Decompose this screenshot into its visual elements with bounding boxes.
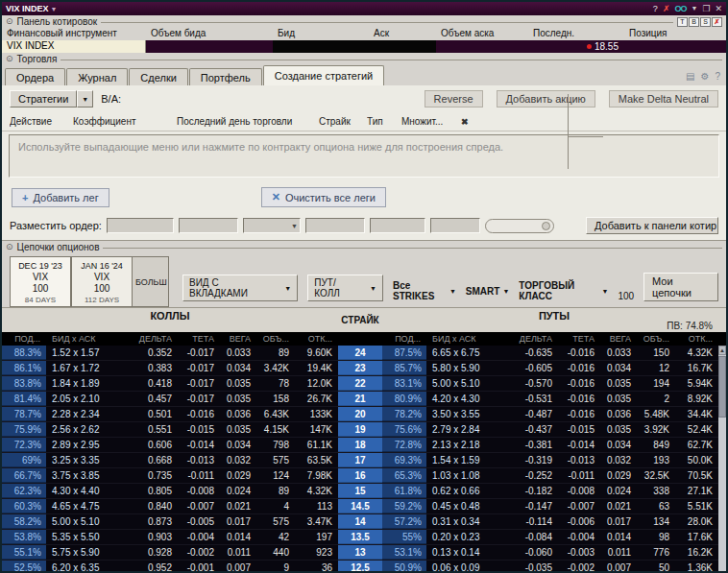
put-theta-cell[interactable]: -0.007: [558, 499, 600, 513]
put-pod-cell[interactable]: 85.7%: [382, 361, 426, 375]
call-vega-cell[interactable]: 0.021: [220, 499, 256, 513]
call-bid-ask-cell[interactable]: 1.67 x 1.72: [46, 361, 133, 375]
put-bid-ask-cell[interactable]: 5.80 x 5.90: [426, 361, 513, 375]
put-vol-cell[interactable]: 338: [637, 484, 675, 498]
call-theta-cell[interactable]: -0.016: [178, 407, 220, 421]
put-bid-ask-cell[interactable]: 5.00 x 5.10: [426, 376, 513, 391]
order-field-4[interactable]: [370, 218, 425, 233]
put-delta-cell[interactable]: -0.487: [513, 407, 558, 421]
call-delta-cell[interactable]: 0.928: [133, 545, 178, 560]
expiry-tab-jan16[interactable]: JAN 16 '24 VIX 100 112 DAYS: [71, 256, 133, 307]
put-vega-cell[interactable]: 0.007: [600, 561, 637, 571]
put-delta-cell[interactable]: -0.531: [513, 392, 558, 406]
strike-cell[interactable]: 24: [338, 346, 382, 360]
put-theta-cell[interactable]: -0.002: [558, 561, 600, 571]
put-bid-ask-cell[interactable]: 0.13 x 0.14: [426, 545, 513, 560]
call-delta-cell[interactable]: 0.668: [133, 453, 178, 467]
put-vega-cell[interactable]: 0.029: [600, 468, 637, 483]
strike-cell[interactable]: 19: [338, 422, 382, 437]
put-delta-cell[interactable]: -0.319: [513, 453, 558, 467]
put-theta-cell[interactable]: -0.013: [558, 453, 600, 467]
put-bid-ask-cell[interactable]: 0.06 x 0.09: [426, 561, 513, 571]
call-pod-cell[interactable]: 86.1%: [2, 361, 46, 375]
call-pod-cell[interactable]: 75.9%: [2, 422, 46, 437]
put-pod-cell[interactable]: 65.3%: [382, 468, 426, 483]
put-theta-cell[interactable]: -0.016: [558, 376, 600, 391]
put-oi-cell[interactable]: 62.7K: [675, 438, 718, 452]
option-chain-row[interactable]: 75.9%2.56 x 2.620.551-0.0150.0354.15K147…: [2, 422, 718, 438]
put-pod-cell[interactable]: 69.3%: [382, 453, 426, 467]
tab-portfolio[interactable]: Портфель: [189, 68, 262, 85]
option-chain-row[interactable]: 83.8%1.84 x 1.890.418-0.0170.0357812.0K2…: [2, 376, 718, 392]
put-vega-cell[interactable]: 0.011: [600, 545, 637, 560]
put-theta-cell[interactable]: -0.015: [558, 422, 600, 437]
strike-cell[interactable]: 17: [338, 453, 382, 467]
chevron-down-icon[interactable]: ▼: [51, 6, 58, 12]
call-theta-cell[interactable]: -0.001: [178, 561, 220, 571]
call-bid-ask-cell[interactable]: 5.00 x 5.10: [46, 514, 133, 529]
call-bid-ask-cell[interactable]: 5.75 x 5.90: [46, 545, 133, 560]
put-delta-cell[interactable]: -0.060: [513, 545, 558, 560]
put-vol-cell[interactable]: 134: [637, 514, 675, 529]
add-to-quote-panel-button[interactable]: Добавить к панели котир: [586, 217, 718, 234]
call-bid-ask-cell[interactable]: 4.65 x 4.75: [46, 499, 133, 513]
put-bid-ask-cell[interactable]: 2.79 x 2.84: [426, 422, 513, 437]
strikes-filter-dropdown[interactable]: Все STRIKES▼: [393, 280, 456, 301]
call-oi-cell[interactable]: 197: [295, 530, 338, 544]
option-chain-row[interactable]: 55.1%5.75 x 5.900.928-0.0020.01144092313…: [2, 545, 718, 561]
put-oi-cell[interactable]: 70.5K: [675, 468, 718, 483]
put-delta-cell[interactable]: -0.570: [513, 376, 558, 391]
call-oi-cell[interactable]: 113: [295, 499, 338, 513]
put-vol-cell[interactable]: 849: [637, 438, 675, 452]
put-vol-cell[interactable]: 194: [637, 376, 675, 391]
order-field-3[interactable]: [305, 218, 365, 233]
put-bid-ask-cell[interactable]: 0.62 x 0.66: [426, 484, 513, 498]
call-vega-cell[interactable]: 0.011: [220, 545, 256, 560]
tab-strategy-builder[interactable]: Создание стратегий: [263, 65, 385, 85]
call-vega-cell[interactable]: 0.033: [220, 346, 256, 360]
put-theta-cell[interactable]: -0.006: [558, 514, 600, 529]
call-vega-cell[interactable]: 0.007: [220, 561, 256, 571]
call-pod-cell[interactable]: 60.3%: [2, 499, 46, 513]
call-theta-cell[interactable]: -0.007: [178, 499, 220, 513]
put-theta-cell[interactable]: -0.016: [558, 346, 600, 360]
option-chain-row[interactable]: 69%3.25 x 3.350.668-0.0130.03257563.5K17…: [2, 453, 718, 468]
quote-last-cell[interactable]: 18.55: [528, 40, 624, 53]
call-vega-cell[interactable]: 0.032: [220, 453, 256, 467]
call-pod-cell[interactable]: 88.3%: [2, 346, 46, 360]
option-chain-row[interactable]: 66.7%3.75 x 3.850.735-0.0110.0291247.98K…: [2, 468, 718, 484]
put-vol-cell[interactable]: 12: [637, 361, 675, 375]
quote-row-vix[interactable]: VIX INDEX 18.55: [2, 40, 726, 53]
call-oi-cell[interactable]: 9.60K: [295, 346, 338, 360]
quote-ask-cell[interactable]: [369, 40, 436, 53]
put-bid-ask-cell[interactable]: 0.20 x 0.23: [426, 530, 513, 544]
call-bid-ask-cell[interactable]: 1.52 x 1.57: [46, 346, 133, 360]
restore-icon[interactable]: ❐: [702, 4, 710, 13]
call-vega-cell[interactable]: 0.034: [220, 438, 256, 452]
put-vol-cell[interactable]: 3.92K: [637, 422, 675, 437]
call-vol-cell[interactable]: 4: [256, 499, 295, 513]
call-bid-ask-cell[interactable]: 2.56 x 2.62: [46, 422, 133, 437]
put-oi-cell[interactable]: 5.51K: [675, 499, 718, 513]
put-pod-cell[interactable]: 75.6%: [382, 422, 426, 437]
put-vega-cell[interactable]: 0.035: [600, 422, 637, 437]
call-vol-cell[interactable]: 440: [256, 545, 295, 560]
put-vol-cell[interactable]: 193: [637, 453, 675, 467]
tab-trades[interactable]: Сделки: [129, 68, 188, 85]
add-leg-button[interactable]: + Добавить лег: [12, 188, 109, 207]
call-pod-cell[interactable]: 78.7%: [2, 407, 46, 421]
collapse-icon[interactable]: ⊙: [6, 243, 13, 251]
put-oi-cell[interactable]: 5.94K: [675, 376, 718, 391]
call-vol-cell[interactable]: 89: [256, 484, 295, 498]
call-pod-cell[interactable]: 66.7%: [2, 468, 46, 483]
put-pod-cell[interactable]: 57.2%: [382, 514, 426, 529]
strike-cell[interactable]: 22: [338, 376, 382, 391]
put-vol-cell[interactable]: 5.48K: [637, 407, 675, 421]
call-bid-ask-cell[interactable]: 1.84 x 1.89: [46, 376, 133, 391]
call-vol-cell[interactable]: 9: [256, 561, 295, 571]
call-oi-cell[interactable]: 61.1K: [295, 438, 338, 452]
call-oi-cell[interactable]: 133K: [295, 407, 338, 421]
call-delta-cell[interactable]: 0.418: [133, 376, 178, 391]
put-oi-cell[interactable]: 17.6K: [675, 530, 718, 544]
call-theta-cell[interactable]: -0.008: [178, 484, 220, 498]
